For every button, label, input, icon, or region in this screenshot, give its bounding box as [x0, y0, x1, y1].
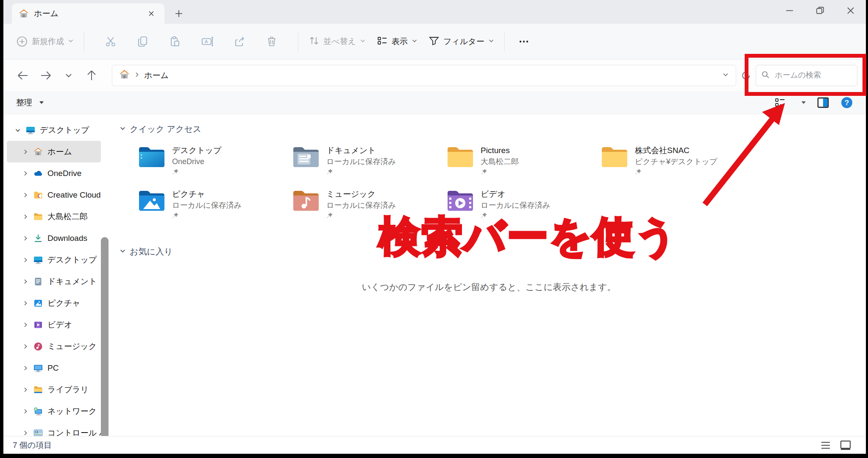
titlebar: ホーム [3, 0, 866, 24]
filter-button[interactable]: フィルター [428, 35, 494, 48]
sidebar-item[interactable]: コントロール パネル [7, 422, 101, 436]
chevron-right-icon[interactable] [22, 148, 29, 155]
svg-text:A: A [205, 39, 208, 44]
minimize-icon[interactable] [774, 0, 805, 21]
folder-videos-icon [447, 188, 474, 212]
new-button[interactable]: 新規作成 [16, 36, 74, 47]
chevron-right-icon[interactable] [22, 430, 29, 436]
sidebar-item[interactable]: ホーム [7, 141, 101, 162]
address-bar[interactable]: ホーム [112, 65, 736, 86]
view-toggle-icon[interactable] [774, 97, 787, 108]
view-button[interactable]: 表示 [377, 35, 417, 48]
history-chevron-down-icon[interactable] [60, 67, 77, 84]
pin-icon [481, 168, 487, 175]
favorites-title: お気に入り [130, 246, 172, 257]
up-icon[interactable] [83, 67, 100, 84]
sidebar-item-label: ドキュメント [47, 276, 97, 287]
copy-icon[interactable] [134, 33, 152, 50]
chevron-down-icon[interactable] [14, 127, 21, 134]
chevron-right-icon[interactable] [22, 386, 29, 393]
tab-close-icon[interactable] [145, 7, 158, 20]
quick-access-tile[interactable]: ビデオ ローカルに保存済み [447, 188, 601, 232]
sidebar-item[interactable]: ネットワーク [7, 400, 101, 422]
chevron-right-icon[interactable] [22, 321, 29, 328]
breadcrumb[interactable]: ホーム [144, 70, 169, 81]
quick-access-tile[interactable]: ピクチャ ローカルに保存済み [138, 188, 292, 232]
restore-icon[interactable] [805, 0, 835, 21]
more-icon[interactable] [515, 33, 533, 50]
quick-access-header[interactable]: クイック アクセス [112, 123, 866, 135]
search-box[interactable] [756, 65, 857, 86]
sidebar-tree: デスクトップ ホーム OneDrive Creative Cloud 大島松二郎… [3, 119, 112, 436]
home-icon [119, 69, 130, 81]
new-tab-button[interactable] [170, 4, 188, 23]
quick-access-tile[interactable]: 株式会社SNAC ピクチャ¥デスクトップ [601, 144, 755, 188]
delete-icon[interactable] [263, 33, 281, 50]
quick-access-tile[interactable]: ミュージック ローカルに保存済み [292, 188, 447, 232]
chevron-right-icon[interactable] [22, 235, 29, 242]
favorites-header[interactable]: お気に入り [112, 246, 866, 257]
chevron-right-icon[interactable] [22, 408, 29, 415]
close-icon[interactable] [835, 0, 866, 21]
document-icon [33, 276, 43, 287]
share-icon[interactable] [231, 33, 248, 50]
large-icons-view-icon[interactable] [840, 440, 851, 451]
sidebar-item[interactable]: デスクトップ [7, 249, 101, 271]
chevron-down-icon [68, 38, 74, 45]
organize-button[interactable]: 整理 [16, 97, 44, 108]
sidebar-item-label: ビデオ [47, 319, 72, 330]
chevron-right-icon[interactable] [22, 257, 29, 263]
sidebar-item[interactable]: ビデオ [7, 314, 101, 335]
sidebar-item[interactable]: ライブラリ [7, 379, 101, 400]
sidebar-scrollbar[interactable] [101, 237, 108, 436]
quick-access-tile[interactable]: デスクトップ OneDrive [138, 144, 292, 188]
forward-icon[interactable] [37, 67, 54, 84]
rename-icon[interactable]: A [198, 33, 216, 50]
sort-button[interactable]: 並べ替え [309, 35, 366, 48]
sort-icon [309, 35, 320, 48]
new-button-label: 新規作成 [32, 36, 64, 47]
home-icon [33, 147, 43, 157]
help-icon[interactable]: ? [840, 96, 853, 109]
window-controls [774, 0, 866, 21]
sidebar-item[interactable]: OneDrive [7, 162, 101, 184]
tile-subtitle: ローカルに保存済み [481, 200, 550, 211]
organize-row: 整理 ? [3, 91, 866, 114]
sidebar-item-label: ホーム [47, 146, 72, 157]
sidebar-item[interactable]: デスクトップ [7, 119, 101, 141]
sidebar-item[interactable]: ミュージック [7, 335, 101, 357]
chevron-right-icon[interactable] [22, 278, 29, 285]
cut-icon[interactable] [102, 33, 120, 50]
back-icon[interactable] [14, 67, 31, 84]
tab-home[interactable]: ホーム [12, 3, 164, 24]
chevron-right-icon[interactable] [22, 170, 29, 177]
chevron-right-icon[interactable] [22, 192, 29, 198]
chevron-right-icon[interactable] [22, 300, 29, 307]
pc-icon [33, 363, 43, 373]
quick-access-tile[interactable]: Pictures 大島松二郎 [447, 144, 601, 188]
pin-icon [326, 212, 333, 219]
tile-name: ミュージック [326, 188, 396, 200]
paste-icon[interactable] [166, 33, 184, 50]
search-input[interactable] [775, 71, 852, 80]
chevron-right-icon[interactable] [22, 213, 29, 220]
quick-access-tile[interactable]: ドキュメント ローカルに保存済み [292, 144, 447, 188]
sidebar-item[interactable]: 大島松二郎 [7, 206, 101, 227]
sidebar-item-label: ライブラリ [47, 384, 89, 395]
preview-pane-icon[interactable] [817, 97, 829, 109]
toolbar-divider [504, 32, 505, 51]
toolbar-divider [84, 32, 84, 51]
sidebar-item-label: 大島松二郎 [47, 211, 88, 222]
tile-subtitle: 大島松二郎 [481, 156, 519, 167]
sidebar-item[interactable]: ドキュメント [7, 271, 101, 292]
chevron-right-icon[interactable] [22, 343, 29, 350]
sidebar-item[interactable]: ピクチャ [7, 292, 101, 314]
chevron-right-icon[interactable] [22, 365, 29, 371]
sidebar-item[interactable]: Downloads [7, 227, 101, 249]
refresh-icon[interactable] [736, 70, 756, 81]
chevron-down-icon[interactable] [801, 101, 806, 104]
sidebar-item[interactable]: Creative Cloud [7, 184, 101, 206]
sidebar-item[interactable]: PC [7, 357, 101, 379]
details-view-icon[interactable] [820, 440, 831, 450]
address-chevron-down-icon[interactable] [722, 71, 729, 80]
